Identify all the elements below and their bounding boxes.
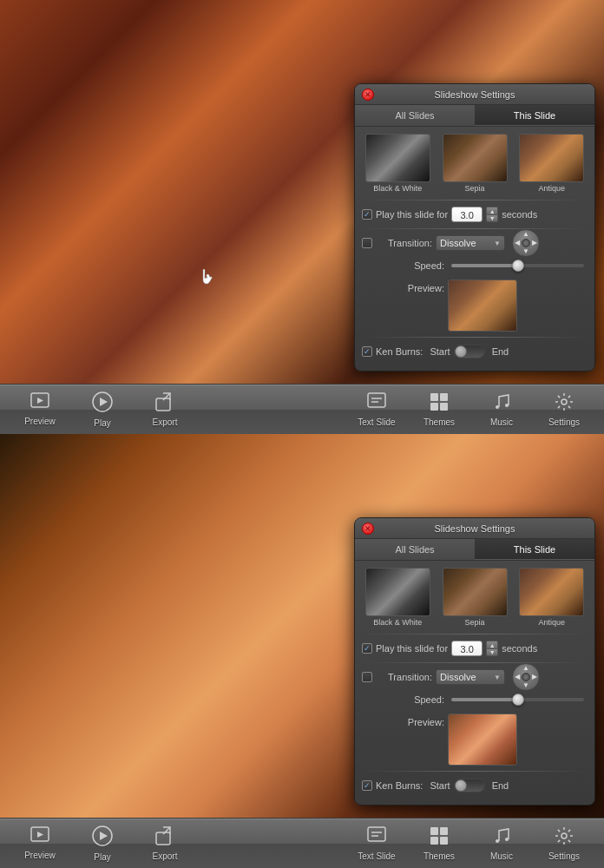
thumb-sepia-2[interactable]: Sepia xyxy=(439,568,511,627)
nav-center-2[interactable] xyxy=(522,673,530,681)
play-slide-checkbox-1[interactable] xyxy=(362,209,372,220)
ken-burns-toggle-1[interactable] xyxy=(454,345,485,358)
nav-up-1[interactable]: ▲ xyxy=(522,231,529,238)
ken-burns-toggle-2[interactable] xyxy=(454,779,485,792)
settings-body-2: Black & White Sepia Antique Play this sl… xyxy=(355,561,594,805)
themes-label-btn-2: Themes xyxy=(423,852,455,861)
nav-control-1[interactable]: ▲ ◀ ▶ ▼ xyxy=(512,229,540,257)
tab-all-slides-1[interactable]: All Slides xyxy=(355,105,475,126)
play-button-1[interactable]: Play xyxy=(71,387,134,432)
speed-row-2: Speed: xyxy=(362,689,588,710)
stepper-down-2[interactable]: ▼ xyxy=(486,648,498,656)
transition-dropdown-1[interactable]: Dissolve ▼ xyxy=(436,235,505,251)
close-button-1[interactable]: ✕ xyxy=(362,89,374,101)
thumb-sepia-1[interactable]: Sepia xyxy=(439,134,511,193)
music-button-1[interactable]: Music xyxy=(470,387,533,432)
settings-icon-1 xyxy=(554,391,574,416)
duration-stepper-1[interactable]: ▲ ▼ xyxy=(486,207,498,222)
stepper-down-1[interactable]: ▼ xyxy=(486,214,498,222)
stepper-up-1[interactable]: ▲ xyxy=(486,207,498,214)
thumb-antique-2[interactable]: Antique xyxy=(515,568,588,627)
preview-label-btn-2: Preview xyxy=(24,851,56,860)
play-icon-1 xyxy=(91,391,114,417)
themes-icon-1 xyxy=(429,391,450,416)
ken-burns-end-1: End xyxy=(492,346,509,357)
preview-icon-2 xyxy=(30,826,50,849)
svg-point-13 xyxy=(496,405,499,409)
thumb-antique-1[interactable]: Antique xyxy=(515,134,588,193)
themes-button-2[interactable]: Themes xyxy=(408,821,470,866)
stepper-up-2[interactable]: ▲ xyxy=(486,641,498,648)
transition-dropdown-2[interactable]: Dissolve ▼ xyxy=(436,669,505,685)
duration-input-2[interactable]: 3.0 xyxy=(451,641,483,656)
divider-2c xyxy=(362,771,588,772)
play-icon-2 xyxy=(91,825,114,851)
text-slide-button-1[interactable]: Text Slide xyxy=(345,387,408,432)
speed-thumb-1[interactable] xyxy=(512,260,524,272)
toolbar-1: Preview Play Export Text Slide xyxy=(0,384,604,434)
preview-label-btn-1: Preview xyxy=(24,417,56,426)
toolbar-left-2: Preview Play Export xyxy=(9,821,196,866)
nav-right-2[interactable]: ▶ xyxy=(532,674,537,681)
thumb-bw-1[interactable]: Black & White xyxy=(362,134,434,193)
nav-up-2[interactable]: ▲ xyxy=(522,665,529,672)
text-slide-button-2[interactable]: Text Slide xyxy=(345,821,408,866)
transition-label-2: Transition: xyxy=(376,672,432,682)
close-button-2[interactable]: ✕ xyxy=(362,523,374,535)
nav-control-2[interactable]: ▲ ◀ ▶ ▼ xyxy=(512,663,540,691)
svg-marker-19 xyxy=(100,832,108,840)
thumb-img-bw-1 xyxy=(365,134,430,182)
nav-down-1[interactable]: ▼ xyxy=(522,248,529,255)
settings-title-2: Slideshow Settings xyxy=(435,523,515,534)
music-icon-2 xyxy=(491,825,512,850)
nav-center-1[interactable] xyxy=(522,239,530,247)
export-button-1[interactable]: Export xyxy=(134,387,196,432)
nav-right-1[interactable]: ▶ xyxy=(532,240,537,247)
preview-button-2[interactable]: Preview xyxy=(9,821,71,866)
thumb-label-bw-1: Black & White xyxy=(373,184,422,193)
divider-2a xyxy=(362,634,588,635)
export-icon-1 xyxy=(154,391,175,416)
settings-body-1: Black & White Sepia Antique Play this sl… xyxy=(355,127,594,371)
ken-burns-label-2: Ken Burns: xyxy=(376,780,423,791)
ken-burns-checkbox-2[interactable] xyxy=(362,780,372,791)
ken-burns-checkbox-1[interactable] xyxy=(362,346,372,357)
preview-row-2: Preview: xyxy=(362,713,588,766)
tab-all-slides-2[interactable]: All Slides xyxy=(355,539,475,560)
settings-button-1[interactable]: Settings xyxy=(533,387,595,432)
settings-title-1: Slideshow Settings xyxy=(435,89,515,100)
themes-button-1[interactable]: Themes xyxy=(408,387,470,432)
play-button-2[interactable]: Play xyxy=(71,821,134,866)
transition-checkbox-2[interactable] xyxy=(362,672,372,682)
nav-circle-2: ▲ ◀ ▶ ▼ xyxy=(512,663,540,691)
nav-down-2[interactable]: ▼ xyxy=(522,682,529,689)
play-label-btn-2: Play xyxy=(94,852,110,862)
svg-rect-26 xyxy=(440,827,448,835)
speed-slider-2[interactable] xyxy=(451,698,584,701)
nav-left-1[interactable]: ◀ xyxy=(515,240,520,247)
text-slide-label-btn-1: Text Slide xyxy=(358,418,395,427)
ken-burns-row-2: Ken Burns: Start End xyxy=(362,775,588,796)
divider-1c xyxy=(362,337,588,338)
preview-button-1[interactable]: Preview xyxy=(9,387,71,432)
dropdown-arrow-1: ▼ xyxy=(494,240,501,247)
themes-label-btn-1: Themes xyxy=(423,418,455,427)
transition-row-1: Transition: Dissolve ▼ ▲ ◀ ▶ ▼ xyxy=(362,233,588,253)
nav-left-2[interactable]: ◀ xyxy=(515,674,520,681)
thumb-bw-2[interactable]: Black & White xyxy=(362,568,434,627)
tab-this-slide-1[interactable]: This Slide xyxy=(475,105,594,126)
transition-checkbox-1[interactable] xyxy=(362,238,372,248)
svg-rect-12 xyxy=(440,403,448,411)
preview-image-2 xyxy=(448,713,517,766)
export-button-2[interactable]: Export xyxy=(134,821,196,866)
tab-this-slide-2[interactable]: This Slide xyxy=(475,539,594,560)
duration-input-1[interactable]: 3.0 xyxy=(451,207,483,222)
speed-thumb-2[interactable] xyxy=(512,694,524,706)
speed-slider-1[interactable] xyxy=(451,264,584,267)
duration-stepper-2[interactable]: ▲ ▼ xyxy=(486,641,498,656)
play-slide-checkbox-2[interactable] xyxy=(362,643,372,654)
settings-button-2[interactable]: Settings xyxy=(533,821,595,866)
transition-row-2: Transition: Dissolve ▼ ▲ ◀ ▶ ▼ xyxy=(362,667,588,687)
music-button-2[interactable]: Music xyxy=(470,821,533,866)
svg-rect-6 xyxy=(368,393,385,407)
